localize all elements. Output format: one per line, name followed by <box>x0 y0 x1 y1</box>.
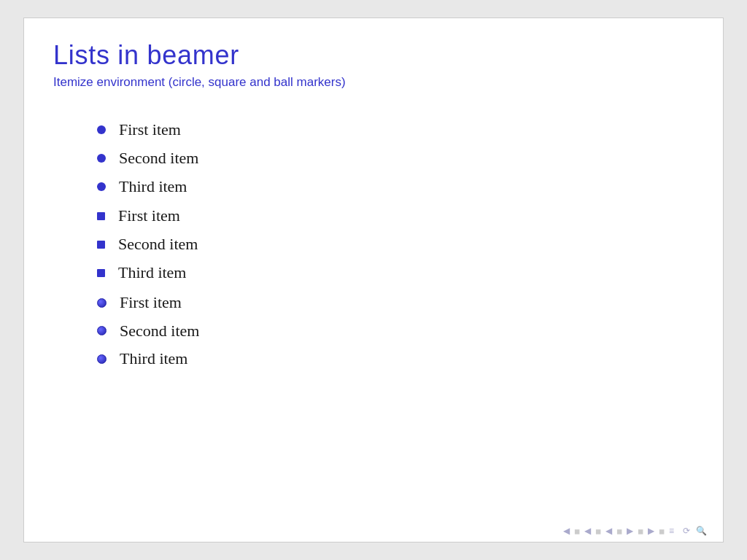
slide: Lists in beamer Itemize environment (cir… <box>23 18 724 542</box>
ball-item-3-text: Third item <box>120 348 187 370</box>
square-item-2-text: Second item <box>118 233 198 256</box>
nav-sep-5: ◼ <box>659 527 665 535</box>
list-item: Third item <box>97 176 694 198</box>
square-item-1-text: First item <box>118 205 180 228</box>
nav-sep-4: ◼ <box>638 527 643 535</box>
ball-item-2-text: Second item <box>120 320 199 343</box>
nav-subsection-left[interactable]: ◀ <box>604 526 614 536</box>
nav-search[interactable]: 🔍 <box>694 526 708 536</box>
ball-item-1-text: First item <box>120 292 182 314</box>
ball-marker-2 <box>97 326 107 335</box>
circle-item-2-text: Second item <box>119 147 198 170</box>
list-item: First item <box>97 205 694 228</box>
list-item: Third item <box>97 262 694 284</box>
circle-list: First item Second item Third item <box>97 119 694 198</box>
slide-subtitle: Itemize environment (circle, square and … <box>53 75 694 90</box>
nav-sep-1: ◼ <box>574 527 580 535</box>
square-marker-1 <box>97 212 105 220</box>
circle-item-3-text: Third item <box>119 176 187 198</box>
nav-align[interactable]: ≡ <box>667 526 676 536</box>
nav-sep-3: ◼ <box>616 527 622 535</box>
square-item-3-text: Third item <box>118 262 186 284</box>
content-area: First item Second item Third item First … <box>53 112 694 370</box>
list-item: First item <box>97 119 694 141</box>
square-list: First item Second item Third item <box>97 205 694 284</box>
list-item: First item <box>97 292 694 314</box>
square-marker-2 <box>97 241 105 249</box>
circle-marker-1 <box>97 125 106 134</box>
circle-marker-2 <box>97 154 106 163</box>
list-item: Second item <box>97 320 694 343</box>
nav-subsection-right[interactable]: ▶ <box>625 526 635 536</box>
nav-zoom-out[interactable]: ⟳ <box>681 526 692 536</box>
slide-title: Lists in beamer <box>53 40 694 71</box>
nav-bar: ◀ ◼ ◀ ◼ ◀ ◼ ▶ ◼ ▶ ◼ ≡ ⟳ 🔍 <box>562 526 708 536</box>
nav-section-right[interactable]: ▶ <box>646 526 656 536</box>
nav-sep-2: ◼ <box>595 527 601 535</box>
square-marker-3 <box>97 269 105 277</box>
ball-marker-1 <box>97 298 107 308</box>
circle-marker-3 <box>97 182 106 191</box>
nav-frame-left[interactable]: ◀ <box>562 526 571 536</box>
circle-item-1-text: First item <box>119 119 181 141</box>
nav-section-left[interactable]: ◀ <box>583 526 592 536</box>
list-item: Third item <box>97 348 694 370</box>
list-item: Second item <box>97 233 694 256</box>
ball-marker-3 <box>97 354 107 364</box>
ball-list: First item Second item Third item <box>97 292 694 370</box>
list-item: Second item <box>97 147 694 170</box>
